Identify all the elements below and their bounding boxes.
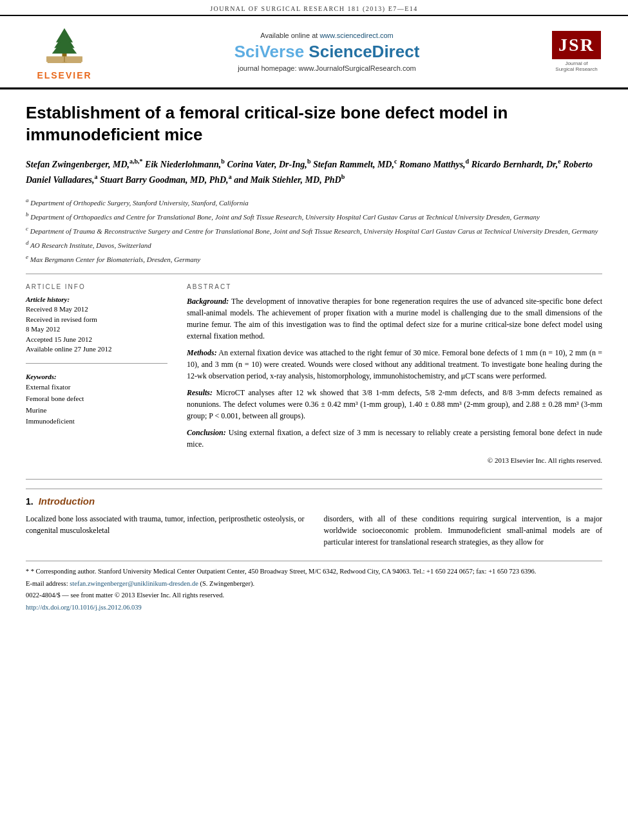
jsr-subtext: Journal ofSurgical Research [552, 61, 601, 72]
background-label: Background: [187, 297, 229, 306]
footnote-issn: 0022-4804/$ — see front matter © 2013 El… [26, 590, 602, 601]
article-info-abstract: ARTICLE INFO Article history: Received 8… [26, 283, 602, 466]
divider-keywords [26, 363, 167, 364]
keyword-2: Femoral bone defect [26, 393, 167, 405]
introduction-header: 1. Introduction [26, 489, 602, 507]
doi-link[interactable]: http://dx.doi.org/10.1016/j.jss.2012.06.… [26, 604, 142, 611]
sciencedirect-title: SciVerse ScienceDirect [116, 42, 538, 62]
affiliation-e: e Max Bergmann Center for Biomaterials, … [26, 253, 602, 265]
abstract-copyright: © 2013 Elsevier Inc. All rights reserved… [187, 455, 602, 466]
and-text: and [234, 174, 248, 184]
jsr-logo: JSR [552, 31, 601, 59]
article-title: Establishment of a femoral critical-size… [26, 102, 602, 146]
banner-center: Available online at www.sciencedirect.co… [116, 32, 538, 72]
results-text: MicroCT analyses after 12 wk showed that… [187, 388, 602, 420]
sciverse-url: www.sciencedirect.com [319, 32, 393, 39]
intro-text-left: Localized bone loss associated with trau… [26, 513, 305, 536]
affiliation-b: b Department of Orthopaedics and Centre … [26, 210, 602, 222]
methods-label: Methods: [187, 348, 217, 357]
keyword-1: External fixator [26, 382, 167, 393]
authors: Stefan Zwingenberger, MD,a,b,* Eik Niede… [26, 156, 602, 187]
received-date: Received 8 May 2012 [26, 304, 167, 314]
email-link[interactable]: stefan.zwingenberger@uniklinikum-dresden… [70, 580, 198, 587]
received-revised-label: Received in revised form [26, 315, 167, 324]
abstract-conclusion: Conclusion: Using external fixation, a d… [187, 427, 602, 450]
intro-title: Introduction [39, 496, 95, 507]
conclusion-label: Conclusion: [187, 428, 226, 437]
background-text: The development of innovative therapies … [187, 297, 602, 341]
footnotes: * * Corresponding author. Stanford Unive… [26, 561, 602, 613]
accepted-date: Accepted 15 June 2012 [26, 335, 167, 344]
footnote-email: E-mail address: stefan.zwingenberger@uni… [26, 579, 602, 589]
keywords-heading: Keywords: [26, 373, 167, 380]
journal-header-text: JOURNAL OF SURGICAL RESEARCH 181 (2013) … [210, 5, 418, 12]
divider-1 [26, 274, 602, 274]
abstract-label: ABSTRACT [187, 283, 602, 290]
conclusion-text: Using external fixation, a defect size o… [187, 428, 602, 449]
abstract-results: Results: MicroCT analyses after 12 wk sh… [187, 387, 602, 422]
available-date: Available online 27 June 2012 [26, 344, 167, 354]
affiliation-d: d AO Research Institute, Davos, Switzerl… [26, 239, 602, 250]
affiliations: a Department of Orthopedic Surgery, Stan… [26, 196, 602, 265]
elsevier-tree-icon [42, 23, 87, 68]
abstract-background: Background: The development of innovativ… [187, 295, 602, 342]
keywords-list: External fixator Femoral bone defect Mur… [26, 382, 167, 427]
elsevier-logo: ELSEVIER [37, 23, 91, 80]
received-revised-date: 8 May 2012 [26, 324, 167, 334]
elsevier-text: ELSEVIER [37, 70, 91, 80]
elsevier-logo-area: ELSEVIER [13, 23, 116, 80]
email-note: (S. Zwingenberger). [200, 580, 254, 587]
intro-text-right: disorders, with all of these conditions … [324, 513, 603, 548]
svg-marker-4 [52, 37, 77, 53]
jsr-logo-area: JSR Journal ofSurgical Research [538, 31, 615, 72]
intro-body: Localized bone loss associated with trau… [26, 513, 602, 548]
affiliation-c: c Department of Trauma & Reconstructive … [26, 225, 602, 236]
abstract-content: Background: The development of innovativ… [187, 295, 602, 466]
abstract-col: ABSTRACT Background: The development of … [187, 283, 602, 466]
methods-text: An external fixation device was attached… [187, 348, 602, 380]
divider-2 [26, 479, 602, 480]
corresponding-text: * Corresponding author. Stanford Univers… [31, 568, 537, 575]
journal-homepage: journal homepage: www.JournalofSurgicalR… [116, 64, 538, 72]
article-info-label: ARTICLE INFO [26, 283, 167, 290]
footnote-doi: http://dx.doi.org/10.1016/j.jss.2012.06.… [26, 602, 602, 613]
star-icon: * [26, 568, 29, 575]
email-label: E-mail address: [26, 580, 68, 587]
footnote-corresponding: * * Corresponding author. Stanford Unive… [26, 566, 602, 577]
intro-col-left: Localized bone loss associated with trau… [26, 513, 305, 548]
intro-col-right: disorders, with all of these conditions … [324, 513, 603, 548]
main-content: Establishment of a femoral critical-size… [0, 88, 628, 628]
article-history: Article history: Received 8 May 2012 Rec… [26, 295, 167, 354]
journal-header: JOURNAL OF SURGICAL RESEARCH 181 (2013) … [0, 0, 628, 16]
keywords-group: Keywords: External fixator Femoral bone … [26, 373, 167, 427]
intro-num: 1. [26, 496, 33, 507]
article-info-col: ARTICLE INFO Article history: Received 8… [26, 283, 167, 466]
banner: ELSEVIER Available online at www.science… [0, 16, 628, 88]
keyword-4: Immunodeficient [26, 416, 167, 427]
abstract-methods: Methods: An external fixation device was… [187, 347, 602, 382]
history-heading: Article history: [26, 295, 167, 303]
keyword-3: Murine [26, 405, 167, 416]
affiliation-a: a Department of Orthopedic Surgery, Stan… [26, 196, 602, 208]
available-online-text: Available online at www.sciencedirect.co… [116, 32, 538, 39]
results-label: Results: [187, 388, 213, 397]
